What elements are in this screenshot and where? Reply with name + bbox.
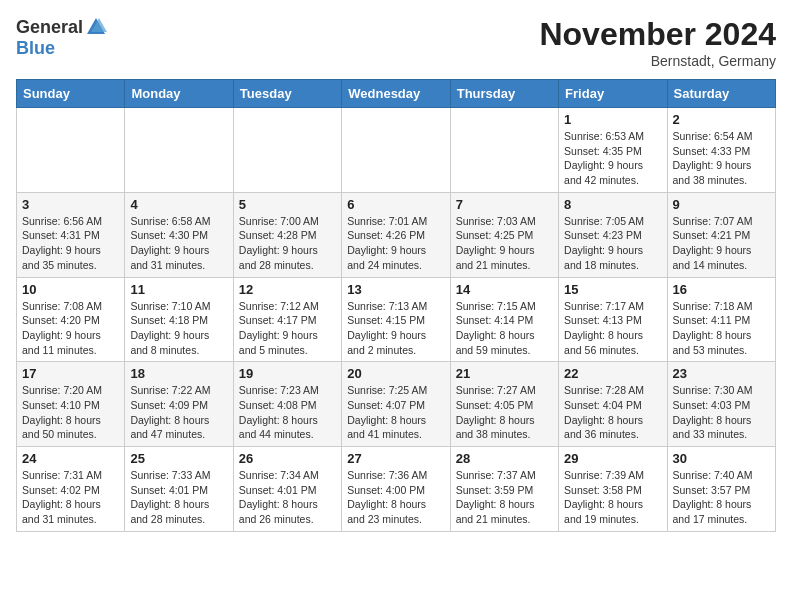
calendar-cell: 17Sunrise: 7:20 AM Sunset: 4:10 PM Dayli…: [17, 362, 125, 447]
calendar-cell: 26Sunrise: 7:34 AM Sunset: 4:01 PM Dayli…: [233, 447, 341, 532]
calendar-header-day: Sunday: [17, 80, 125, 108]
month-title: November 2024: [539, 16, 776, 53]
day-info: Sunrise: 7:20 AM Sunset: 4:10 PM Dayligh…: [22, 383, 119, 442]
calendar-header-row: SundayMondayTuesdayWednesdayThursdayFrid…: [17, 80, 776, 108]
calendar-cell: 16Sunrise: 7:18 AM Sunset: 4:11 PM Dayli…: [667, 277, 775, 362]
day-number: 30: [673, 451, 770, 466]
calendar-cell: [342, 108, 450, 193]
calendar-cell: 7Sunrise: 7:03 AM Sunset: 4:25 PM Daylig…: [450, 192, 558, 277]
day-info: Sunrise: 7:37 AM Sunset: 3:59 PM Dayligh…: [456, 468, 553, 527]
day-info: Sunrise: 7:17 AM Sunset: 4:13 PM Dayligh…: [564, 299, 661, 358]
day-number: 10: [22, 282, 119, 297]
day-number: 11: [130, 282, 227, 297]
day-info: Sunrise: 7:08 AM Sunset: 4:20 PM Dayligh…: [22, 299, 119, 358]
day-number: 25: [130, 451, 227, 466]
calendar-cell: 14Sunrise: 7:15 AM Sunset: 4:14 PM Dayli…: [450, 277, 558, 362]
day-number: 2: [673, 112, 770, 127]
day-number: 28: [456, 451, 553, 466]
day-number: 4: [130, 197, 227, 212]
day-number: 29: [564, 451, 661, 466]
calendar-cell: 5Sunrise: 7:00 AM Sunset: 4:28 PM Daylig…: [233, 192, 341, 277]
day-info: Sunrise: 7:34 AM Sunset: 4:01 PM Dayligh…: [239, 468, 336, 527]
day-number: 23: [673, 366, 770, 381]
day-number: 24: [22, 451, 119, 466]
day-info: Sunrise: 7:07 AM Sunset: 4:21 PM Dayligh…: [673, 214, 770, 273]
calendar-cell: 12Sunrise: 7:12 AM Sunset: 4:17 PM Dayli…: [233, 277, 341, 362]
calendar-cell: 18Sunrise: 7:22 AM Sunset: 4:09 PM Dayli…: [125, 362, 233, 447]
day-number: 18: [130, 366, 227, 381]
header: General Blue November 2024 Bernstadt, Ge…: [16, 16, 776, 69]
calendar-cell: 13Sunrise: 7:13 AM Sunset: 4:15 PM Dayli…: [342, 277, 450, 362]
day-info: Sunrise: 7:10 AM Sunset: 4:18 PM Dayligh…: [130, 299, 227, 358]
calendar-cell: 29Sunrise: 7:39 AM Sunset: 3:58 PM Dayli…: [559, 447, 667, 532]
calendar-cell: 1Sunrise: 6:53 AM Sunset: 4:35 PM Daylig…: [559, 108, 667, 193]
day-info: Sunrise: 7:23 AM Sunset: 4:08 PM Dayligh…: [239, 383, 336, 442]
logo-blue-text: Blue: [16, 38, 55, 59]
day-info: Sunrise: 7:00 AM Sunset: 4:28 PM Dayligh…: [239, 214, 336, 273]
calendar-header-day: Monday: [125, 80, 233, 108]
calendar-cell: 19Sunrise: 7:23 AM Sunset: 4:08 PM Dayli…: [233, 362, 341, 447]
day-number: 19: [239, 366, 336, 381]
day-number: 21: [456, 366, 553, 381]
day-info: Sunrise: 7:40 AM Sunset: 3:57 PM Dayligh…: [673, 468, 770, 527]
calendar-header-day: Wednesday: [342, 80, 450, 108]
calendar-cell: 28Sunrise: 7:37 AM Sunset: 3:59 PM Dayli…: [450, 447, 558, 532]
day-number: 8: [564, 197, 661, 212]
day-info: Sunrise: 6:54 AM Sunset: 4:33 PM Dayligh…: [673, 129, 770, 188]
day-info: Sunrise: 7:12 AM Sunset: 4:17 PM Dayligh…: [239, 299, 336, 358]
calendar-header-day: Saturday: [667, 80, 775, 108]
calendar-cell: 20Sunrise: 7:25 AM Sunset: 4:07 PM Dayli…: [342, 362, 450, 447]
calendar-header-day: Tuesday: [233, 80, 341, 108]
day-info: Sunrise: 7:39 AM Sunset: 3:58 PM Dayligh…: [564, 468, 661, 527]
calendar-header-day: Friday: [559, 80, 667, 108]
calendar-week-row: 3Sunrise: 6:56 AM Sunset: 4:31 PM Daylig…: [17, 192, 776, 277]
day-info: Sunrise: 7:13 AM Sunset: 4:15 PM Dayligh…: [347, 299, 444, 358]
calendar-cell: 22Sunrise: 7:28 AM Sunset: 4:04 PM Dayli…: [559, 362, 667, 447]
calendar-week-row: 17Sunrise: 7:20 AM Sunset: 4:10 PM Dayli…: [17, 362, 776, 447]
title-area: November 2024 Bernstadt, Germany: [539, 16, 776, 69]
location: Bernstadt, Germany: [539, 53, 776, 69]
calendar-cell: [450, 108, 558, 193]
day-number: 1: [564, 112, 661, 127]
day-number: 7: [456, 197, 553, 212]
calendar-cell: [125, 108, 233, 193]
calendar-cell: [17, 108, 125, 193]
day-info: Sunrise: 7:25 AM Sunset: 4:07 PM Dayligh…: [347, 383, 444, 442]
day-info: Sunrise: 7:03 AM Sunset: 4:25 PM Dayligh…: [456, 214, 553, 273]
calendar-cell: 30Sunrise: 7:40 AM Sunset: 3:57 PM Dayli…: [667, 447, 775, 532]
calendar-cell: 9Sunrise: 7:07 AM Sunset: 4:21 PM Daylig…: [667, 192, 775, 277]
day-info: Sunrise: 7:05 AM Sunset: 4:23 PM Dayligh…: [564, 214, 661, 273]
day-info: Sunrise: 6:53 AM Sunset: 4:35 PM Dayligh…: [564, 129, 661, 188]
day-number: 20: [347, 366, 444, 381]
calendar-cell: 3Sunrise: 6:56 AM Sunset: 4:31 PM Daylig…: [17, 192, 125, 277]
day-number: 27: [347, 451, 444, 466]
day-number: 6: [347, 197, 444, 212]
day-number: 5: [239, 197, 336, 212]
calendar-cell: 27Sunrise: 7:36 AM Sunset: 4:00 PM Dayli…: [342, 447, 450, 532]
day-number: 14: [456, 282, 553, 297]
day-number: 9: [673, 197, 770, 212]
day-info: Sunrise: 7:33 AM Sunset: 4:01 PM Dayligh…: [130, 468, 227, 527]
day-info: Sunrise: 7:36 AM Sunset: 4:00 PM Dayligh…: [347, 468, 444, 527]
day-info: Sunrise: 7:28 AM Sunset: 4:04 PM Dayligh…: [564, 383, 661, 442]
day-info: Sunrise: 6:58 AM Sunset: 4:30 PM Dayligh…: [130, 214, 227, 273]
day-number: 22: [564, 366, 661, 381]
day-number: 17: [22, 366, 119, 381]
logo-general-text: General: [16, 17, 83, 38]
calendar-cell: 24Sunrise: 7:31 AM Sunset: 4:02 PM Dayli…: [17, 447, 125, 532]
day-info: Sunrise: 7:22 AM Sunset: 4:09 PM Dayligh…: [130, 383, 227, 442]
calendar-header-day: Thursday: [450, 80, 558, 108]
calendar-cell: 11Sunrise: 7:10 AM Sunset: 4:18 PM Dayli…: [125, 277, 233, 362]
calendar-cell: [233, 108, 341, 193]
calendar: SundayMondayTuesdayWednesdayThursdayFrid…: [16, 79, 776, 532]
day-info: Sunrise: 7:15 AM Sunset: 4:14 PM Dayligh…: [456, 299, 553, 358]
day-info: Sunrise: 7:01 AM Sunset: 4:26 PM Dayligh…: [347, 214, 444, 273]
calendar-week-row: 1Sunrise: 6:53 AM Sunset: 4:35 PM Daylig…: [17, 108, 776, 193]
calendar-week-row: 24Sunrise: 7:31 AM Sunset: 4:02 PM Dayli…: [17, 447, 776, 532]
calendar-week-row: 10Sunrise: 7:08 AM Sunset: 4:20 PM Dayli…: [17, 277, 776, 362]
day-info: Sunrise: 7:27 AM Sunset: 4:05 PM Dayligh…: [456, 383, 553, 442]
day-number: 15: [564, 282, 661, 297]
day-number: 26: [239, 451, 336, 466]
day-info: Sunrise: 7:30 AM Sunset: 4:03 PM Dayligh…: [673, 383, 770, 442]
day-number: 12: [239, 282, 336, 297]
